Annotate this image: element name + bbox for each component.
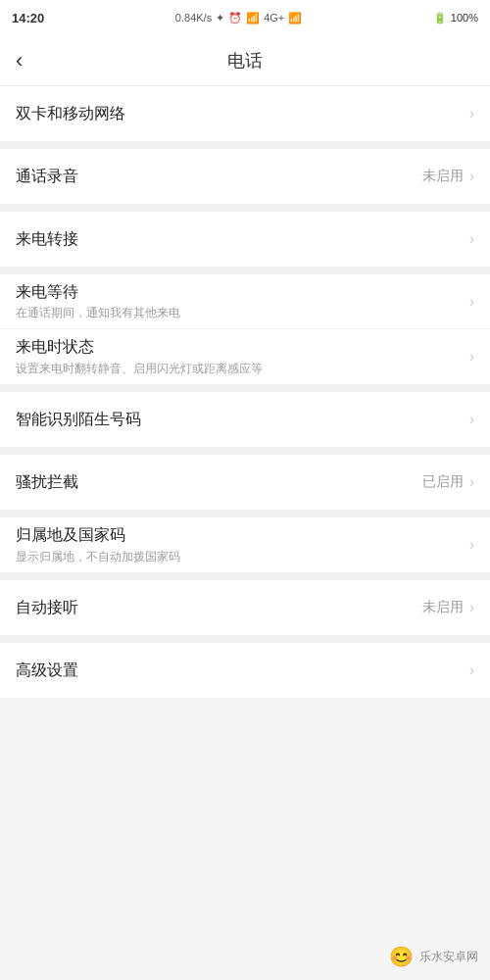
menu-item-call-recording[interactable]: 通话录音未启用› xyxy=(0,149,490,204)
menu-item-title-call-recording: 通话录音 xyxy=(16,166,78,187)
menu-item-call-waiting[interactable]: 来电等待在通话期间，通知我有其他来电› xyxy=(0,274,490,329)
menu-item-title-advanced-settings: 高级设置 xyxy=(16,660,78,681)
menu-item-right-dual-sim: › xyxy=(469,105,474,122)
menu-section-8: 高级设置› xyxy=(0,643,490,698)
menu-item-left-dual-sim: 双卡和移动网络 xyxy=(16,103,125,124)
back-button[interactable]: ‹ xyxy=(16,48,23,74)
menu-item-call-forwarding[interactable]: 来电转接› xyxy=(0,212,490,267)
menu-item-dual-sim[interactable]: 双卡和移动网络› xyxy=(0,86,490,141)
menu-item-status-harassment-block: 已启用 xyxy=(422,473,464,491)
bluetooth-icon: ✦ xyxy=(216,12,224,24)
watermark-logo: 😊 xyxy=(389,945,414,968)
menu-item-left-location-code: 归属地及国家码显示归属地，不自动加拨国家码 xyxy=(16,524,180,564)
chevron-icon-call-forwarding: › xyxy=(469,230,474,248)
menu-item-right-call-waiting: › xyxy=(469,293,474,311)
menu-item-location-code[interactable]: 归属地及国家码显示归属地，不自动加拨国家码› xyxy=(0,517,490,572)
menu-item-left-call-waiting: 来电等待在通话期间，通知我有其他来电 xyxy=(16,281,180,321)
menu-section-5: 骚扰拦截已启用› xyxy=(0,455,490,510)
menu-item-title-location-code: 归属地及国家码 xyxy=(16,524,180,546)
menu-item-status-call-recording: 未启用 xyxy=(422,168,464,185)
menu-item-right-location-code: › xyxy=(469,536,474,554)
status-bar: 14:20 0.84K/s ✦ ⏰ 📶 4G+ 📶 🔋 100% xyxy=(0,0,490,35)
menu-item-left-advanced-settings: 高级设置 xyxy=(16,660,78,681)
chevron-icon-call-waiting: › xyxy=(469,293,474,311)
menu-item-left-harassment-block: 骚扰拦截 xyxy=(16,471,78,493)
menu-section-7: 自动接听未启用› xyxy=(0,580,490,635)
menu-item-title-smart-identify: 智能识别陌生号码 xyxy=(16,409,141,430)
menu-item-title-harassment-block: 骚扰拦截 xyxy=(16,471,78,493)
menu-item-right-harassment-block: 已启用› xyxy=(422,473,474,491)
alarm-icon: ⏰ xyxy=(228,12,242,24)
menu-section-3: 来电等待在通话期间，通知我有其他来电›来电时状态设置来电时翻转静音、启用闪光灯或… xyxy=(0,274,490,384)
menu-item-title-auto-answer: 自动接听 xyxy=(16,597,78,618)
menu-item-advanced-settings[interactable]: 高级设置› xyxy=(0,643,490,698)
content-area: 双卡和移动网络›通话录音未启用›来电转接›来电等待在通话期间，通知我有其他来电›… xyxy=(0,86,490,698)
menu-section-1: 通话录音未启用› xyxy=(0,149,490,204)
menu-item-right-smart-identify: › xyxy=(469,411,474,428)
menu-item-auto-answer[interactable]: 自动接听未启用› xyxy=(0,580,490,635)
chevron-icon-call-recording: › xyxy=(469,168,474,185)
battery-icon: 🔋 xyxy=(433,12,447,24)
menu-section-6: 归属地及国家码显示归属地，不自动加拨国家码› xyxy=(0,517,490,572)
network-type: 4G+ xyxy=(264,12,284,24)
menu-item-right-call-recording: 未启用› xyxy=(422,168,474,185)
menu-item-harassment-block[interactable]: 骚扰拦截已启用› xyxy=(0,455,490,510)
menu-item-left-call-status: 来电时状态设置来电时翻转静音、启用闪光灯或距离感应等 xyxy=(16,336,263,376)
battery-percent: 100% xyxy=(451,12,478,24)
chevron-icon-harassment-block: › xyxy=(469,473,474,491)
menu-item-smart-identify[interactable]: 智能识别陌生号码› xyxy=(0,392,490,447)
menu-item-left-smart-identify: 智能识别陌生号码 xyxy=(16,409,141,430)
signal-icon2: 📶 xyxy=(288,12,302,24)
menu-item-subtitle-call-waiting: 在通话期间，通知我有其他来电 xyxy=(16,305,180,321)
chevron-icon-advanced-settings: › xyxy=(469,662,474,679)
chevron-icon-auto-answer: › xyxy=(469,599,474,616)
menu-item-subtitle-call-status: 设置来电时翻转静音、启用闪光灯或距离感应等 xyxy=(16,361,263,377)
menu-item-title-call-forwarding: 来电转接 xyxy=(16,228,78,250)
chevron-icon-call-status: › xyxy=(469,348,474,366)
menu-item-left-call-recording: 通话录音 xyxy=(16,166,78,187)
menu-item-right-advanced-settings: › xyxy=(469,662,474,679)
menu-section-2: 来电转接› xyxy=(0,212,490,267)
menu-section-0: 双卡和移动网络› xyxy=(0,86,490,141)
chevron-icon-smart-identify: › xyxy=(469,411,474,428)
menu-item-right-call-forwarding: › xyxy=(469,230,474,248)
network-speed: 0.84K/s xyxy=(175,12,212,24)
menu-item-left-auto-answer: 自动接听 xyxy=(16,597,78,618)
menu-item-title-call-status: 来电时状态 xyxy=(16,336,263,358)
menu-item-title-call-waiting: 来电等待 xyxy=(16,281,180,303)
menu-item-call-status[interactable]: 来电时状态设置来电时翻转静音、启用闪光灯或距离感应等› xyxy=(0,329,490,384)
watermark: 😊 乐水安卓网 xyxy=(389,945,478,968)
menu-item-status-auto-answer: 未启用 xyxy=(422,599,464,616)
status-right: 🔋 100% xyxy=(433,12,478,24)
watermark-text: 乐水安卓网 xyxy=(419,949,478,965)
page-title: 电话 xyxy=(227,49,263,73)
status-center: 0.84K/s ✦ ⏰ 📶 4G+ 📶 xyxy=(175,12,302,24)
menu-section-4: 智能识别陌生号码› xyxy=(0,392,490,447)
chevron-icon-location-code: › xyxy=(469,536,474,554)
menu-item-left-call-forwarding: 来电转接 xyxy=(16,228,78,250)
header: ‹ 电话 xyxy=(0,35,490,86)
status-time: 14:20 xyxy=(12,11,44,25)
menu-item-title-dual-sim: 双卡和移动网络 xyxy=(16,103,125,124)
menu-item-subtitle-location-code: 显示归属地，不自动加拨国家码 xyxy=(16,549,180,565)
signal-icon: 📶 xyxy=(246,12,260,24)
chevron-icon-dual-sim: › xyxy=(469,105,474,122)
menu-item-right-auto-answer: 未启用› xyxy=(422,599,474,616)
menu-item-right-call-status: › xyxy=(469,348,474,366)
